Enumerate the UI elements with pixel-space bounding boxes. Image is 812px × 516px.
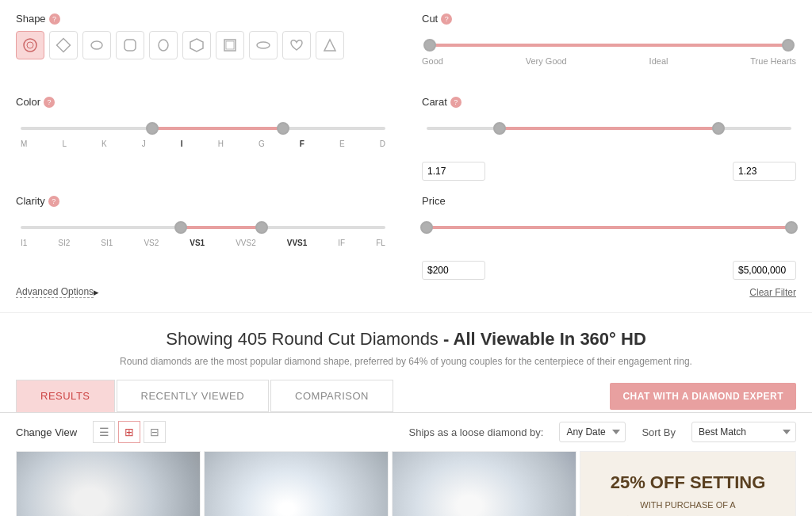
clarity-slider-fill [181, 226, 261, 229]
color-label-l: L [62, 140, 67, 148]
sort-select[interactable]: Best Match Price: Low to High Price: Hig… [691, 422, 796, 442]
clarity-slider-container: I1 SI2 SI1 VS2 VS1 VVS2 VVS1 IF FL [16, 213, 390, 263]
price-slider-container [422, 213, 796, 254]
ships-label: Ships as a loose diamond by: [409, 426, 544, 438]
clarity-label-fl: FL [376, 239, 385, 247]
filter-row-top: Shape ? [16, 13, 796, 82]
color-slider-labels: M L K J I H G F E D [21, 140, 385, 148]
carat-help-icon[interactable]: ? [450, 97, 462, 108]
svg-rect-4 [124, 40, 136, 51]
clarity-slider-left-thumb[interactable] [174, 221, 187, 234]
price-slider-left-thumb[interactable] [420, 221, 433, 234]
carat-min-input[interactable] [422, 162, 485, 181]
chat-button[interactable]: CHAT WITH A DIAMOND EXPERT [610, 383, 796, 410]
svg-rect-2 [57, 39, 71, 52]
tab-recently-viewed[interactable]: RECENTLY VIEWED [117, 380, 270, 412]
shape-asscher[interactable] [216, 31, 244, 59]
svg-point-8 [257, 42, 270, 48]
color-slider-fill [152, 127, 284, 130]
advanced-options-toggle[interactable]: Advanced Options [16, 286, 94, 298]
sort-label: Sort By [642, 426, 676, 438]
clarity-label-vvs2: VVS2 [236, 239, 256, 247]
price-min-input[interactable] [422, 261, 485, 280]
price-slider-track[interactable] [427, 226, 791, 229]
cut-label-verygood: Very Good [526, 56, 567, 66]
color-label-k: K [102, 140, 107, 148]
color-label-m: M [21, 140, 27, 148]
price-label: Price [422, 195, 796, 207]
clarity-label-si1: SI1 [101, 239, 113, 247]
color-label-d: D [380, 140, 385, 148]
promo-title: 25% OFF SETTING [611, 472, 766, 493]
cut-label-ideal: Ideal [649, 56, 668, 66]
color-help-icon[interactable]: ? [44, 97, 55, 108]
clarity-slider-right-thumb[interactable] [255, 221, 268, 234]
view-compare-button[interactable]: ⊟ [144, 421, 166, 443]
carat-range-inputs [422, 162, 796, 181]
color-slider-right-thumb[interactable] [277, 122, 289, 135]
svg-point-0 [24, 39, 36, 52]
cut-slider-container: Good Very Good Ideal True Hearts [422, 31, 796, 82]
clarity-help-icon[interactable]: ? [48, 196, 59, 207]
shape-pear[interactable] [149, 31, 178, 59]
color-label: Color ? [16, 96, 390, 108]
cut-filter: Cut ? Good Very Good Ideal True Hearts [422, 13, 796, 82]
shape-oval[interactable] [82, 31, 111, 59]
price-max-input[interactable] [733, 261, 796, 280]
cut-help-icon[interactable]: ? [441, 13, 452, 25]
color-label-j: J [142, 140, 146, 148]
carat-label: Carat ? [422, 96, 796, 108]
shape-cushion[interactable] [116, 31, 144, 59]
view-icons: ☰ ⊞ ⊟ [93, 421, 166, 443]
carat-slider-left-thumb[interactable] [493, 122, 506, 135]
shape-help-icon[interactable]: ? [49, 13, 60, 25]
view-grid-button[interactable]: ⊞ [118, 421, 140, 443]
cards-row: 360° ♡ ROUND 1.20 CARAT | VS1 EXCELLENT … [0, 451, 812, 516]
color-slider-left-thumb[interactable] [146, 122, 159, 135]
tab-results[interactable]: RESULTS [16, 380, 115, 412]
diamond-card-1: 360° ♡ ROUND 1.20 CARAT | VS1 EXCELLENT … [16, 451, 201, 516]
color-filter: Color ? M L K J I H G F E [16, 96, 390, 181]
price-slider-fill [427, 226, 791, 229]
carat-max-input[interactable] [733, 162, 796, 181]
carat-slider-track[interactable] [427, 127, 791, 130]
filter-section: Shape ? [0, 0, 812, 313]
shape-radiant[interactable] [182, 31, 211, 59]
clarity-label-vs1: VS1 [190, 239, 205, 247]
shape-label: Shape ? [16, 13, 390, 25]
color-label-e: E [339, 140, 345, 148]
shape-buttons [16, 31, 390, 59]
ships-select[interactable]: Any Date 1 Week 2 Weeks [559, 422, 626, 442]
color-slider-container: M L K J I H G F E D [16, 114, 390, 164]
cut-label: Cut ? [422, 13, 796, 25]
shape-round[interactable] [16, 31, 44, 59]
shape-heart[interactable] [282, 31, 311, 59]
cut-label-good: Good [422, 56, 443, 66]
svg-marker-9 [324, 40, 335, 51]
clarity-slider-track[interactable] [21, 226, 385, 229]
page-heading: Showing 405 Round Cut Diamonds - All Vie… [16, 329, 796, 350]
diamond-image-3[interactable]: 360° ♡ [393, 452, 576, 516]
price-slider-right-thumb[interactable] [785, 221, 798, 234]
cut-slider-right-thumb[interactable] [782, 39, 795, 52]
view-list-button[interactable]: ☰ [93, 421, 115, 443]
shape-trillion[interactable] [316, 31, 344, 59]
carat-slider-right-thumb[interactable] [712, 122, 725, 135]
price-filter: Price [422, 195, 796, 280]
color-slider-track[interactable] [21, 127, 385, 130]
svg-rect-7 [226, 41, 234, 49]
diamond-image-1[interactable]: 360° ♡ [17, 452, 200, 516]
tab-comparison[interactable]: COMPARISON [270, 380, 393, 412]
clear-filter-button[interactable]: Clear Filter [749, 287, 796, 298]
shape-filter: Shape ? [16, 13, 390, 82]
sort-select-wrapper: Best Match Price: Low to High Price: Hig… [691, 422, 796, 442]
shape-princess[interactable] [49, 31, 78, 59]
cut-slider-track[interactable] [427, 44, 791, 47]
clarity-filter-label: Clarity ? [16, 195, 390, 207]
color-label-i: I [181, 140, 183, 148]
clarity-label-i1: I1 [21, 239, 27, 247]
carat-filter: Carat ? [422, 96, 796, 181]
cut-slider-left-thumb[interactable] [423, 39, 436, 52]
shape-marquise[interactable] [249, 31, 278, 59]
diamond-image-2[interactable]: 360° ♡ [205, 452, 388, 516]
